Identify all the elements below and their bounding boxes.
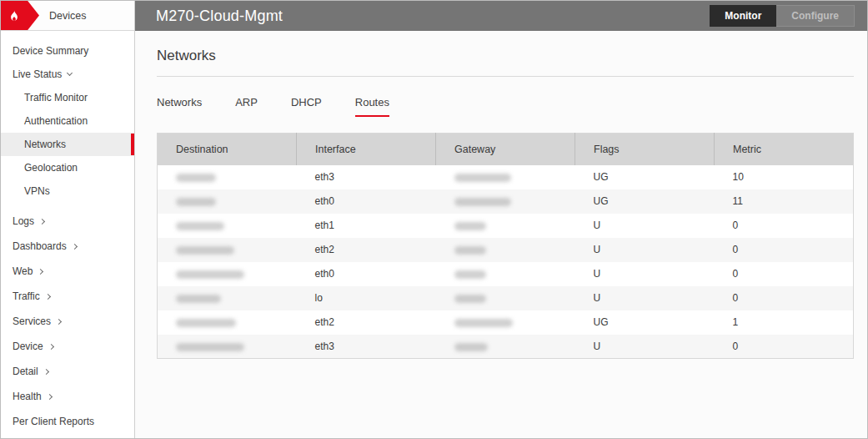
sidebar-item-label: Services xyxy=(13,315,51,327)
sidebar-item-label: VPNs xyxy=(24,185,50,197)
redacted-value xyxy=(176,270,244,279)
table-header-row: DestinationInterfaceGatewayFlagsMetric xyxy=(158,134,854,165)
redacted-value xyxy=(454,222,486,230)
chevron-right-icon xyxy=(72,243,78,249)
sidebar-item-authentication[interactable]: Authentication xyxy=(1,109,134,133)
column-header-interface[interactable]: Interface xyxy=(297,134,436,165)
sidebar-item-device-summary[interactable]: Device Summary xyxy=(1,39,134,63)
sidebar-item-logs[interactable]: Logs xyxy=(1,209,134,234)
cell-interface: eth3 xyxy=(297,165,436,189)
cell-interface: eth3 xyxy=(297,335,436,359)
sidebar-item-traffic-monitor[interactable]: Traffic Monitor xyxy=(1,86,134,109)
sidebar-item-live-status[interactable]: Live Status xyxy=(1,63,134,86)
cell-flags: UG xyxy=(575,310,715,335)
chevron-right-icon xyxy=(47,393,53,399)
sidebar: Devices Device SummaryLive StatusTraffic… xyxy=(1,1,135,438)
redacted-value xyxy=(454,270,486,279)
sidebar-item-label: Logs xyxy=(13,215,34,227)
cell-interface: eth1 xyxy=(297,214,436,238)
cell-metric: 11 xyxy=(715,189,854,214)
redacted-value xyxy=(454,295,486,303)
table-row[interactable]: eth1U0 xyxy=(158,214,854,238)
column-header-destination[interactable]: Destination xyxy=(158,134,297,165)
configure-button[interactable]: Configure xyxy=(776,5,855,27)
tab-dhcp[interactable]: DHCP xyxy=(291,96,322,117)
sidebar-item-device[interactable]: Device xyxy=(1,334,134,359)
cell-metric: 0 xyxy=(715,238,854,262)
cell-metric: 0 xyxy=(715,335,854,359)
cell-flags: UG xyxy=(575,189,715,214)
cell-flags: UG xyxy=(575,165,715,189)
tab-arp[interactable]: ARP xyxy=(235,96,258,117)
sidebar-item-dashboards[interactable]: Dashboards xyxy=(1,234,134,259)
redacted-value xyxy=(454,343,488,351)
sidebar-item-label: Device Summary xyxy=(13,45,88,57)
page-title: Networks xyxy=(157,48,854,77)
sidebar-header-label: Devices xyxy=(49,10,86,22)
redacted-value xyxy=(454,246,486,255)
column-header-metric[interactable]: Metric xyxy=(715,134,854,165)
main-area: M270-Cloud-Mgmt Monitor Configure Networ… xyxy=(135,1,867,438)
cell-gateway xyxy=(436,238,575,262)
cell-metric: 0 xyxy=(715,262,854,286)
chevron-right-icon xyxy=(38,268,43,274)
chevron-right-icon xyxy=(39,218,45,224)
flame-icon xyxy=(7,8,22,23)
sidebar-item-networks[interactable]: Networks xyxy=(1,133,134,156)
sidebar-item-services[interactable]: Services xyxy=(1,309,134,334)
sidebar-item-traffic[interactable]: Traffic xyxy=(1,284,134,309)
table-row[interactable]: eth0UG11 xyxy=(158,189,854,214)
sidebar-item-health[interactable]: Health xyxy=(1,384,134,409)
topbar: M270-Cloud-Mgmt Monitor Configure xyxy=(135,1,867,31)
sidebar-item-label: Web xyxy=(13,265,33,277)
redacted-value xyxy=(176,246,234,255)
cell-gateway xyxy=(436,165,575,189)
sidebar-item-web[interactable]: Web xyxy=(1,259,134,284)
routes-table-head: DestinationInterfaceGatewayFlagsMetric xyxy=(158,134,854,165)
cell-destination xyxy=(158,189,297,214)
tab-bar: NetworksARPDHCPRoutes xyxy=(157,96,854,117)
sidebar-item-geolocation[interactable]: Geolocation xyxy=(1,156,134,179)
cell-flags: U xyxy=(575,335,715,359)
cell-flags: U xyxy=(575,262,715,286)
sidebar-item-label: Traffic Monitor xyxy=(24,92,88,103)
redacted-value xyxy=(176,295,221,303)
tab-routes[interactable]: Routes xyxy=(355,96,389,117)
cell-gateway xyxy=(436,189,575,214)
table-row[interactable]: eth0U0 xyxy=(158,262,854,286)
content: Networks NetworksARPDHCPRoutes Destinati… xyxy=(135,31,867,438)
sidebar-item-vpns[interactable]: VPNs xyxy=(1,179,134,203)
table-row[interactable]: eth3U0 xyxy=(158,335,854,359)
sidebar-item-detail[interactable]: Detail xyxy=(1,359,134,384)
column-header-flags[interactable]: Flags xyxy=(575,134,715,165)
chevron-down-icon xyxy=(67,70,73,76)
column-header-gateway[interactable]: Gateway xyxy=(436,134,575,165)
table-row[interactable]: eth3UG10 xyxy=(158,165,854,189)
sidebar-item-label: Networks xyxy=(24,139,66,150)
routes-table-body: eth3UG10eth0UG11eth1U0eth2U0eth0U0loU0et… xyxy=(158,165,854,359)
redacted-value xyxy=(176,319,236,327)
cell-interface: eth0 xyxy=(297,189,436,214)
routes-table: DestinationInterfaceGatewayFlagsMetric e… xyxy=(157,133,854,359)
chevron-right-icon xyxy=(45,293,51,299)
sidebar-item-label: Traffic xyxy=(13,290,40,302)
cell-gateway xyxy=(436,262,575,286)
table-row[interactable]: loU0 xyxy=(158,286,854,310)
redacted-value xyxy=(454,319,513,327)
device-title: M270-Cloud-Mgmt xyxy=(156,8,283,25)
redacted-value xyxy=(176,222,224,230)
redacted-value xyxy=(454,174,511,182)
cell-metric: 0 xyxy=(715,286,854,310)
cell-interface: lo xyxy=(297,286,436,310)
cell-gateway xyxy=(436,335,575,359)
cell-metric: 10 xyxy=(715,165,854,189)
table-row[interactable]: eth2U0 xyxy=(158,238,854,262)
brand-badge[interactable] xyxy=(1,1,39,30)
monitor-button[interactable]: Monitor xyxy=(710,5,776,27)
tab-networks[interactable]: Networks xyxy=(157,96,202,117)
sidebar-item-per-client-reports[interactable]: Per Client Reports xyxy=(1,409,134,434)
cell-destination xyxy=(158,335,297,359)
sidebar-item-label: Authentication xyxy=(24,115,88,127)
table-row[interactable]: eth2UG1 xyxy=(158,310,854,335)
cell-gateway xyxy=(436,214,575,238)
